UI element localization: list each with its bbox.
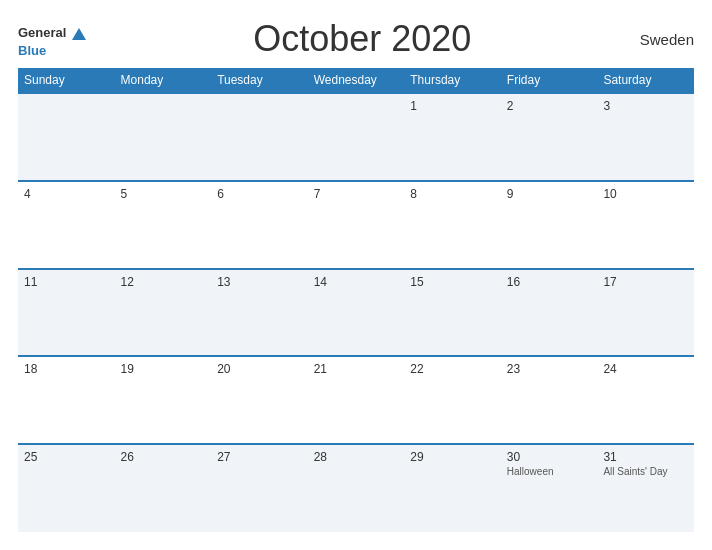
date-number: 13: [217, 275, 302, 289]
logo-general: General: [18, 26, 66, 39]
date-number: 14: [314, 275, 399, 289]
header-monday: Monday: [115, 68, 212, 93]
calendar-cell: 7: [308, 181, 405, 269]
date-number: 17: [603, 275, 688, 289]
calendar-cell: 31All Saints' Day: [597, 444, 694, 532]
calendar-cell: 10: [597, 181, 694, 269]
calendar-cell: 13: [211, 269, 308, 357]
calendar-cell: 23: [501, 356, 598, 444]
calendar-week-row: 18192021222324: [18, 356, 694, 444]
logo-triangle-icon: [68, 22, 90, 44]
calendar-cell: 1: [404, 93, 501, 181]
header-wednesday: Wednesday: [308, 68, 405, 93]
date-number: 18: [24, 362, 109, 376]
calendar-cell: [18, 93, 115, 181]
calendar-cell: 5: [115, 181, 212, 269]
event-label: All Saints' Day: [603, 466, 688, 477]
calendar-title: October 2020: [90, 18, 634, 60]
calendar-cell: 14: [308, 269, 405, 357]
calendar-cell: 27: [211, 444, 308, 532]
calendar-table: Sunday Monday Tuesday Wednesday Thursday…: [18, 68, 694, 532]
logo: General Blue: [18, 22, 90, 57]
calendar-cell: [308, 93, 405, 181]
calendar-cell: 29: [404, 444, 501, 532]
calendar-cell: 20: [211, 356, 308, 444]
calendar-cell: 30Halloween: [501, 444, 598, 532]
calendar-cell: 18: [18, 356, 115, 444]
date-number: 25: [24, 450, 109, 464]
calendar-cell: 2: [501, 93, 598, 181]
date-number: 11: [24, 275, 109, 289]
date-number: 28: [314, 450, 399, 464]
date-number: 7: [314, 187, 399, 201]
calendar-cell: 26: [115, 444, 212, 532]
date-number: 30: [507, 450, 592, 464]
calendar-week-row: 45678910: [18, 181, 694, 269]
date-number: 15: [410, 275, 495, 289]
calendar-cell: 4: [18, 181, 115, 269]
calendar-cell: 25: [18, 444, 115, 532]
calendar-cell: 24: [597, 356, 694, 444]
calendar-week-row: 11121314151617: [18, 269, 694, 357]
calendar-cell: 15: [404, 269, 501, 357]
date-number: 20: [217, 362, 302, 376]
event-label: Halloween: [507, 466, 592, 477]
calendar-cell: 11: [18, 269, 115, 357]
calendar-cell: 28: [308, 444, 405, 532]
calendar-cell: 19: [115, 356, 212, 444]
date-number: 21: [314, 362, 399, 376]
date-number: 23: [507, 362, 592, 376]
date-number: 3: [603, 99, 688, 113]
calendar-cell: 3: [597, 93, 694, 181]
header-tuesday: Tuesday: [211, 68, 308, 93]
date-number: 31: [603, 450, 688, 464]
header-sunday: Sunday: [18, 68, 115, 93]
header-saturday: Saturday: [597, 68, 694, 93]
country-label: Sweden: [634, 31, 694, 48]
weekday-header-row: Sunday Monday Tuesday Wednesday Thursday…: [18, 68, 694, 93]
page: General Blue October 2020 Sweden Sunday …: [0, 0, 712, 550]
calendar-cell: 6: [211, 181, 308, 269]
date-number: 26: [121, 450, 206, 464]
date-number: 5: [121, 187, 206, 201]
date-number: 2: [507, 99, 592, 113]
calendar-week-row: 123: [18, 93, 694, 181]
date-number: 4: [24, 187, 109, 201]
date-number: 29: [410, 450, 495, 464]
logo-blue: Blue: [18, 44, 46, 57]
header: General Blue October 2020 Sweden: [18, 18, 694, 60]
calendar-cell: 16: [501, 269, 598, 357]
header-friday: Friday: [501, 68, 598, 93]
calendar-cell: 17: [597, 269, 694, 357]
date-number: 19: [121, 362, 206, 376]
header-thursday: Thursday: [404, 68, 501, 93]
calendar-cell: 9: [501, 181, 598, 269]
date-number: 8: [410, 187, 495, 201]
svg-marker-0: [72, 28, 86, 40]
date-number: 27: [217, 450, 302, 464]
calendar-cell: [115, 93, 212, 181]
calendar-cell: 21: [308, 356, 405, 444]
date-number: 6: [217, 187, 302, 201]
date-number: 24: [603, 362, 688, 376]
calendar-cell: 22: [404, 356, 501, 444]
date-number: 12: [121, 275, 206, 289]
calendar-cell: 8: [404, 181, 501, 269]
date-number: 1: [410, 99, 495, 113]
date-number: 10: [603, 187, 688, 201]
calendar-week-row: 252627282930Halloween31All Saints' Day: [18, 444, 694, 532]
date-number: 9: [507, 187, 592, 201]
calendar-cell: [211, 93, 308, 181]
calendar-cell: 12: [115, 269, 212, 357]
date-number: 22: [410, 362, 495, 376]
date-number: 16: [507, 275, 592, 289]
